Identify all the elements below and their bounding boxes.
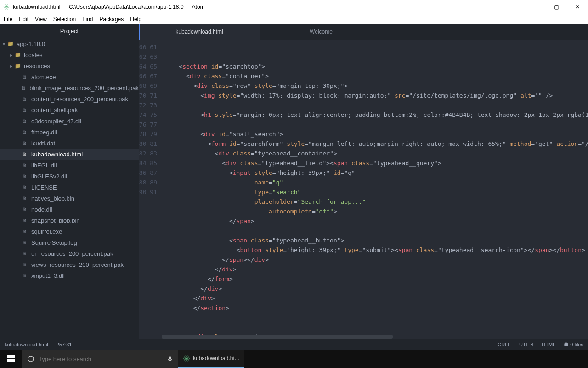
- sidebar-title: Project: [0, 24, 139, 38]
- tree-item-xinput1-3-dll[interactable]: 🗎xinput1_3.dll: [0, 270, 139, 281]
- svg-rect-4: [7, 355, 11, 358]
- tree-item-squirrel-exe[interactable]: 🗎squirrel.exe: [0, 226, 139, 237]
- menu-edit[interactable]: Edit: [19, 16, 28, 23]
- tree-item-icudtl-dat[interactable]: 🗎icudtl.dat: [0, 138, 139, 149]
- tree-item-license[interactable]: 🗎LICENSE: [0, 182, 139, 193]
- cortana-icon: [27, 355, 35, 363]
- status-bar: kubadownload.html 257:31 CRLF UTF-8 HTML…: [0, 339, 588, 350]
- svg-rect-7: [11, 359, 15, 362]
- code-area[interactable]: <section id="searchtop"> <div class="con…: [162, 40, 588, 339]
- svg-rect-9: [169, 356, 171, 360]
- status-file: kubadownload.html: [5, 342, 48, 347]
- status-eol[interactable]: CRLF: [498, 342, 511, 347]
- tree-item-atom-exe[interactable]: 🗎atom.exe: [0, 71, 139, 82]
- taskbar-app-label: kubadownload.ht...: [193, 355, 239, 362]
- tree-item-ui-resources-200-percent-pak[interactable]: 🗎ui_resources_200_percent.pak: [0, 248, 139, 259]
- tree-item-libegl-dll[interactable]: 🗎libEGL.dll: [0, 160, 139, 171]
- tree-item-blink-image-resources-200-percent-pak[interactable]: 🗎blink_image_resources_200_percent.pak: [0, 82, 139, 93]
- tab-welcome[interactable]: Welcome: [260, 24, 382, 40]
- window-minimize-button[interactable]: —: [525, 0, 546, 14]
- windows-taskbar: kubadownload.ht...: [0, 350, 588, 368]
- tree-item-squirrelsetup-log[interactable]: 🗎SquirrelSetup.log: [0, 237, 139, 248]
- window-title: kubadownload.html — C:\Users\qbap\AppDat…: [13, 4, 205, 10]
- file-tree[interactable]: ▾📁app-1.18.0▸📁locales▸📁resources🗎atom.ex…: [0, 38, 139, 339]
- menu-packages[interactable]: Packages: [100, 16, 124, 23]
- tree-item-kubadownload-html[interactable]: 🗎kubadownload.html: [0, 149, 139, 160]
- menu-help[interactable]: Help: [130, 16, 141, 23]
- tree-item-ffmpeg-dll[interactable]: 🗎ffmpeg.dll: [0, 126, 139, 138]
- taskbar-search-input[interactable]: [39, 356, 163, 362]
- tree-item-natives-blob-bin[interactable]: 🗎natives_blob.bin: [0, 193, 139, 204]
- window-titlebar: kubadownload.html — C:\Users\qbap\AppDat…: [0, 0, 588, 14]
- svg-rect-5: [11, 355, 15, 358]
- mic-icon[interactable]: [166, 355, 174, 362]
- status-position[interactable]: 257:31: [57, 342, 72, 347]
- svg-point-11: [186, 358, 187, 359]
- start-button[interactable]: [0, 350, 22, 368]
- menu-view[interactable]: View: [35, 16, 47, 23]
- menu-bar: FileEditViewSelectionFindPackagesHelp: [0, 14, 588, 24]
- tree-item-resources[interactable]: ▸📁resources: [0, 60, 139, 71]
- tree-item-node-dll[interactable]: 🗎node.dll: [0, 204, 139, 215]
- tab-bar: kubadownload.htmlWelcome: [139, 24, 588, 40]
- tree-item-views-resources-200-percent-pak[interactable]: 🗎views_resources_200_percent.pak: [0, 259, 139, 270]
- project-sidebar: Project ▾📁app-1.18.0▸📁locales▸📁resources…: [0, 24, 139, 339]
- svg-rect-6: [7, 359, 11, 362]
- tab-kubadownload-html[interactable]: kubadownload.html: [139, 24, 260, 40]
- tree-item-d3dcompiler-47-dll[interactable]: 🗎d3dcompiler_47.dll: [0, 115, 139, 126]
- tree-item-content-resources-200-percent-pak[interactable]: 🗎content_resources_200_percent.pak: [0, 93, 139, 104]
- svg-point-8: [28, 356, 34, 362]
- tree-item-libglesv2-dll[interactable]: 🗎libGLESv2.dll: [0, 171, 139, 182]
- status-git-files[interactable]: 0 files: [564, 342, 583, 347]
- tree-item-app-1-18-0[interactable]: ▾📁app-1.18.0: [0, 38, 139, 49]
- menu-file[interactable]: File: [4, 16, 12, 23]
- menu-find[interactable]: Find: [82, 16, 93, 23]
- code-editor[interactable]: 60 61 62 63 64 65 66 67 68 69 70 71 72 7…: [139, 40, 588, 339]
- horizontal-scrollbar[interactable]: [162, 334, 582, 339]
- svg-point-0: [6, 6, 7, 7]
- status-encoding[interactable]: UTF-8: [519, 342, 533, 347]
- window-close-button[interactable]: ✕: [567, 0, 588, 14]
- taskbar-app-atom[interactable]: kubadownload.ht...: [178, 350, 244, 368]
- taskbar-tray-expand[interactable]: [575, 350, 588, 368]
- taskbar-search[interactable]: [22, 350, 178, 368]
- status-language[interactable]: HTML: [542, 342, 555, 347]
- tree-item-snapshot-blob-bin[interactable]: 🗎snapshot_blob.bin: [0, 215, 139, 226]
- tree-item-content-shell-pak[interactable]: 🗎content_shell.pak: [0, 104, 139, 115]
- window-maximize-button[interactable]: ▢: [546, 0, 567, 14]
- line-gutter: 60 61 62 63 64 65 66 67 68 69 70 71 72 7…: [139, 40, 162, 197]
- tree-item-locales[interactable]: ▸📁locales: [0, 49, 139, 60]
- menu-selection[interactable]: Selection: [53, 16, 76, 23]
- atom-icon: [3, 3, 10, 11]
